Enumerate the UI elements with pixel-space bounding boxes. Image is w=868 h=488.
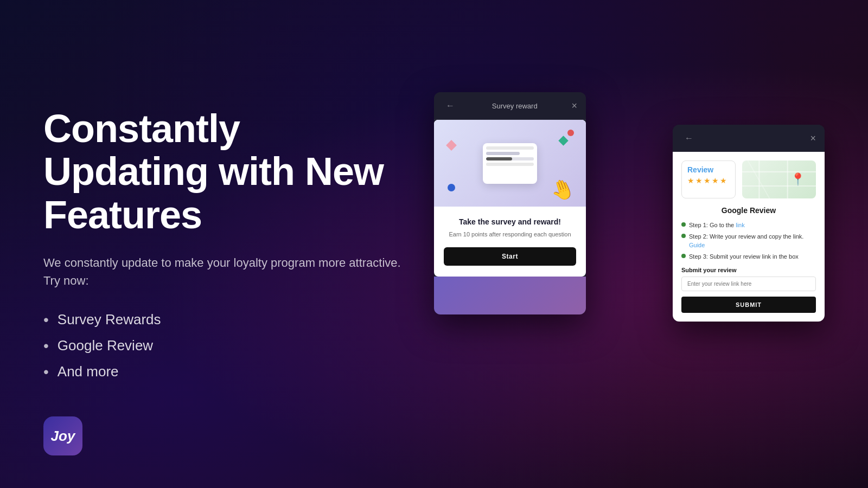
review-illustration: Review ★ ★ ★ ★ ★ [681, 160, 816, 198]
logo-text: Joy [51, 428, 75, 445]
star-rating: ★ ★ ★ ★ ★ [687, 176, 730, 185]
feature-list: Survey Rewards Google Review And more [43, 311, 412, 381]
review-submit-button[interactable]: SUBMIT [681, 297, 816, 313]
review-link-input[interactable] [681, 277, 816, 291]
hero-section: Constantly Updating with New Features We… [43, 107, 412, 381]
google-review-modal: ← × Review ★ ★ ★ ★ ★ [673, 125, 825, 322]
step-1-link[interactable]: link [736, 222, 745, 228]
list-item-label: Google Review [58, 337, 153, 354]
review-step-1: Step 1: Go to the link [681, 221, 816, 229]
review-step-2: Step 2: Write your review and copy the l… [681, 233, 816, 249]
step-3-text: Step 3: Submit your review link in the b… [689, 253, 799, 261]
star-2: ★ [695, 176, 703, 185]
survey-illustration: 🤚 [434, 120, 586, 207]
step-dot-1 [681, 222, 686, 227]
illus-line-3 [486, 163, 534, 166]
survey-start-button[interactable]: Start [444, 247, 576, 266]
survey-body: Take the survey and reward! Earn 10 poin… [434, 207, 586, 277]
step-2-link[interactable]: Guide [689, 242, 705, 248]
app-logo: Joy [43, 416, 82, 455]
review-back-button[interactable]: ← [681, 132, 697, 144]
survey-modal-header: ← Survey reward × [434, 92, 586, 120]
review-label-text: Review [687, 165, 730, 174]
hero-title: Constantly Updating with New Features [43, 107, 412, 236]
survey-card-description: Earn 10 points after responding each que… [444, 230, 576, 239]
list-item-label: Survey Rewards [58, 311, 161, 328]
submit-review-label: Submit your review [681, 267, 816, 273]
step-dot-2 [681, 234, 686, 238]
list-item-label: And more [58, 363, 119, 380]
decoration-red-dot [567, 130, 574, 136]
star-1: ★ [687, 176, 694, 185]
mockups-section: ← Survey reward × [412, 81, 825, 407]
illus-line-2 [486, 152, 520, 155]
review-card-title: Google Review [681, 206, 816, 215]
survey-close-button[interactable]: × [571, 100, 577, 112]
illus-line-1 [486, 146, 534, 150]
survey-card-title: Take the survey and reward! [444, 217, 576, 226]
list-item: Survey Rewards [43, 311, 412, 329]
survey-reward-modal: ← Survey reward × [434, 92, 586, 314]
illus-progress-fill [486, 157, 512, 160]
review-card: Review ★ ★ ★ ★ ★ [673, 152, 825, 322]
illus-progress-bar [486, 157, 534, 160]
star-5: ★ [720, 176, 727, 185]
survey-back-button[interactable]: ← [443, 100, 458, 112]
survey-footer [434, 277, 586, 314]
list-item: Google Review [43, 337, 412, 355]
map-pin-icon: 📍 [790, 172, 805, 187]
review-modal-header: ← × [673, 125, 825, 152]
review-step-3: Step 3: Submit your review link in the b… [681, 253, 816, 261]
survey-modal-title: Survey reward [458, 102, 571, 110]
decoration-blue-dot [448, 184, 455, 191]
map-preview: 📍 [742, 160, 816, 198]
list-item: And more [43, 363, 412, 381]
review-close-button[interactable]: × [810, 133, 816, 144]
star-3: ★ [704, 176, 711, 185]
device-illustration [483, 143, 537, 184]
step-1-text: Step 1: Go to the link [689, 221, 745, 229]
step-dot-3 [681, 254, 686, 258]
survey-card: 🤚 Take the survey and reward! Earn 10 po… [434, 120, 586, 277]
hero-subtitle: We constantly update to make your loyalt… [43, 254, 412, 290]
star-4: ★ [712, 176, 719, 185]
logo-container: Joy [43, 416, 82, 455]
step-2-text: Step 2: Write your review and copy the l… [689, 233, 816, 249]
review-rating-card: Review ★ ★ ★ ★ ★ [681, 160, 736, 198]
